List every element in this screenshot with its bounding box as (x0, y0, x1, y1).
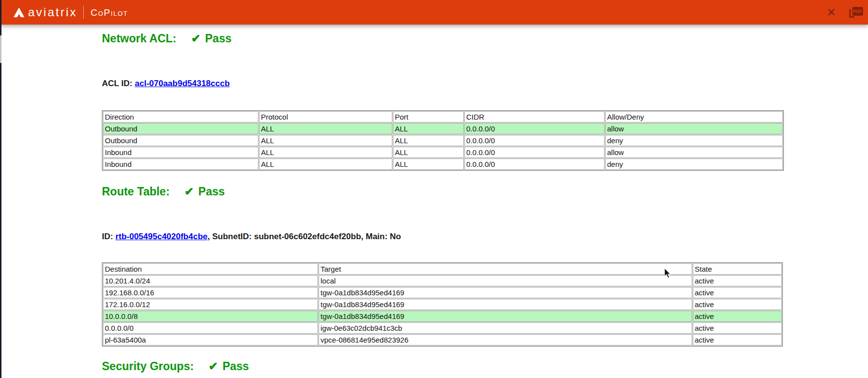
table-cell: ALL (393, 158, 464, 170)
table-cell: Inbound (103, 158, 258, 170)
section-title: Route Table: (102, 185, 170, 198)
table-cell: ALL (393, 147, 464, 158)
table-cell: 0.0.0.0/0 (103, 322, 318, 334)
table-cell: ALL (393, 123, 464, 134)
column-header: Allow/Deny (605, 111, 783, 123)
table-cell: vpce-086814e95ed823926 (319, 334, 692, 346)
section-title: Security Groups: (102, 360, 194, 373)
close-icon[interactable]: ✕ (824, 6, 839, 19)
route-table-header-row: Destination Target State (103, 263, 782, 275)
column-header: Target (319, 263, 692, 275)
acl-table-header-row: Direction Protocol Port CIDR Allow/Deny (103, 111, 783, 123)
table-row: pl-63a5400a vpce-086814e95ed823926 activ… (103, 334, 782, 346)
export-pdf-button[interactable]: PDF (848, 5, 864, 20)
aviatrix-logo-icon (13, 8, 25, 17)
table-cell: deny (605, 158, 783, 170)
table-row: Outbound ALL ALL 0.0.0.0/0 deny (103, 135, 783, 146)
table-row: Inbound ALL ALL 0.0.0.0/0 allow (103, 147, 783, 158)
route-table-id-line: ID: rtb-005495c4020fb4cbe, SubnetID: sub… (102, 232, 401, 242)
status-text: Pass (198, 185, 225, 198)
copilot-report-modal: aviatrix CoPilot ✕ PDF Network ACL:✔Pass… (0, 0, 868, 378)
table-cell: active (693, 334, 782, 346)
table-cell: Outbound (103, 135, 258, 146)
network-acl-heading: Network ACL:✔Pass (102, 32, 231, 45)
table-row: Outbound ALL ALL 0.0.0.0/0 allow (103, 123, 783, 134)
column-header: Direction (103, 111, 258, 123)
table-cell: 192.168.0.0/16 (103, 287, 318, 298)
rtb-id-link[interactable]: rtb-005495c4020fb4cbe (115, 232, 207, 241)
table-cell: ALL (259, 135, 392, 146)
brand-logo: aviatrix CoPilot (13, 6, 128, 19)
acl-id-line: ACL ID: acl-070aab9d54318cccb (102, 79, 230, 89)
table-cell: active (693, 275, 782, 286)
table-cell: deny (605, 135, 783, 146)
table-row: 192.168.0.0/16 tgw-0a1db834d95ed4169 act… (103, 287, 782, 298)
table-cell: ALL (393, 135, 464, 146)
check-icon: ✔ (185, 185, 194, 198)
check-icon: ✔ (209, 360, 218, 373)
product-name: CoPilot (91, 8, 128, 17)
brand-divider (83, 6, 84, 19)
table-cell: allow (605, 123, 783, 134)
table-cell: active (693, 322, 782, 334)
rtb-id-label: ID: (102, 232, 115, 241)
table-cell: 10.201.4.0/24 (103, 275, 318, 286)
table-cell: 0.0.0.0/0 (464, 147, 605, 158)
check-icon: ✔ (191, 32, 200, 45)
status-text: Pass (205, 32, 232, 45)
brand-wordmark: aviatrix (28, 6, 77, 18)
column-header: Port (393, 111, 464, 123)
section-title: Network ACL: (102, 32, 176, 45)
scrollbar-thumb[interactable] (0, 35, 1, 63)
table-cell: active (693, 311, 782, 322)
table-row: 10.201.4.0/24 local active (103, 275, 782, 286)
header-actions: ✕ PDF (824, 5, 864, 20)
table-cell: ALL (259, 158, 392, 170)
column-header: Protocol (259, 111, 392, 123)
table-cell: 0.0.0.0/0 (464, 158, 605, 170)
table-cell: pl-63a5400a (103, 334, 318, 346)
table-cell: Outbound (103, 123, 258, 134)
rtb-id-rest: , SubnetID: subnet-06c602efdc4ef20bb, Ma… (208, 232, 401, 241)
security-groups-heading: Security Groups:✔Pass (102, 360, 249, 373)
acl-id-label: ACL ID: (102, 79, 135, 88)
table-row: 10.0.0.0/8 tgw-0a1db834d95ed4169 active (103, 311, 782, 322)
table-cell: 10.0.0.0/8 (103, 311, 318, 322)
status-text: Pass (223, 360, 249, 373)
table-cell: tgw-0a1db834d95ed4169 (319, 287, 692, 298)
table-cell: igw-0e63c02dcb941c3cb (319, 322, 692, 334)
table-cell: ALL (259, 123, 392, 134)
copilot-header: aviatrix CoPilot ✕ PDF (0, 0, 868, 25)
table-row: Inbound ALL ALL 0.0.0.0/0 deny (103, 158, 783, 170)
table-cell: local (319, 275, 692, 286)
table-cell: tgw-0a1db834d95ed4169 (319, 311, 692, 322)
route-table: Destination Target State 10.201.4.0/24 l… (102, 262, 783, 346)
table-cell: Inbound (103, 147, 258, 158)
table-cell: active (693, 299, 782, 310)
table-row: 0.0.0.0/0 igw-0e63c02dcb941c3cb active (103, 322, 782, 334)
column-header: Destination (103, 263, 318, 275)
acl-table: Direction Protocol Port CIDR Allow/Deny … (102, 110, 784, 171)
acl-id-link[interactable]: acl-070aab9d54318cccb (135, 79, 230, 88)
table-cell: 0.0.0.0/0 (464, 123, 605, 134)
table-cell: active (693, 287, 782, 298)
table-cell: allow (605, 147, 783, 158)
column-header: CIDR (464, 111, 605, 123)
table-cell: ALL (259, 147, 392, 158)
table-cell: 172.16.0.0/12 (103, 299, 318, 310)
column-header: State (693, 263, 782, 275)
route-table-heading: Route Table:✔Pass (102, 185, 225, 198)
table-cell: 0.0.0.0/0 (464, 135, 605, 146)
table-row: 172.16.0.0/12 tgw-0a1db834d95ed4169 acti… (103, 299, 782, 310)
table-cell: tgw-0a1db834d95ed4169 (319, 299, 692, 310)
pdf-icon: PDF (852, 7, 863, 16)
